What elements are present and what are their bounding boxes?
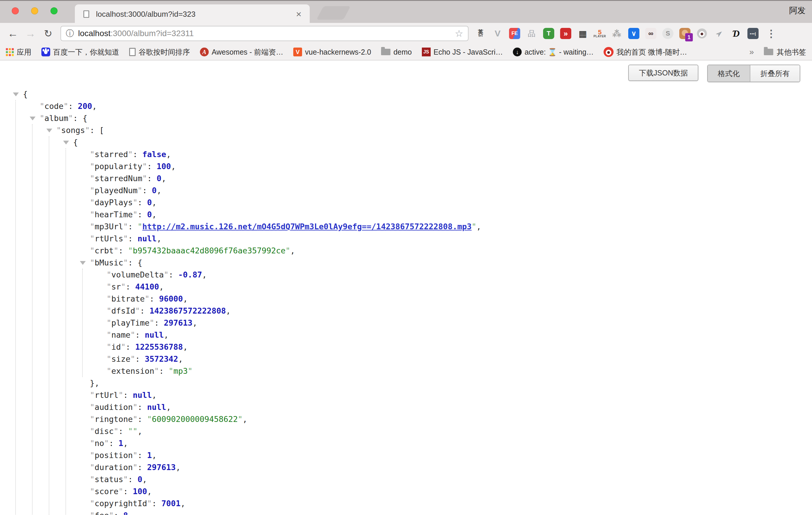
json-line: "ringtone": "600902000009458622", bbox=[0, 413, 812, 425]
html5-player-extension-icon[interactable]: 5PLAYER bbox=[594, 28, 605, 39]
devtools-extension-icon[interactable]: •••| bbox=[747, 28, 759, 39]
json-line: "starredNum": 0, bbox=[0, 172, 812, 184]
json-line: "size": 3572342, bbox=[0, 353, 812, 365]
new-tab-button[interactable] bbox=[316, 6, 350, 20]
bookmark-vue-hackernews[interactable]: V vue-hackernews-2.0 bbox=[293, 48, 371, 56]
json-line: "dayPlays": 0, bbox=[0, 196, 812, 208]
bookmark-star-icon[interactable]: ☆ bbox=[455, 28, 463, 39]
weibo-eye-icon bbox=[697, 28, 707, 38]
other-bookmarks[interactable]: 其他书签 bbox=[764, 47, 806, 57]
close-window-button[interactable] bbox=[12, 7, 19, 15]
json-line: "album": { bbox=[0, 112, 812, 124]
hummingbird-extension-icon[interactable]: ➢ bbox=[711, 26, 727, 41]
json-line: "disc": "", bbox=[0, 425, 812, 437]
json-line: "code": 200, bbox=[0, 100, 812, 112]
page-icon bbox=[129, 48, 136, 56]
collapse-arrow-icon[interactable] bbox=[80, 261, 86, 265]
bookmark-baidu[interactable]: 百度一下，你就知道 bbox=[41, 47, 119, 57]
minimize-window-button[interactable] bbox=[31, 7, 38, 15]
json-line: "playTime": 297613, bbox=[0, 317, 812, 329]
json-line: "mp3Url": "http://m2.music.126.net/mO4G5… bbox=[0, 221, 812, 233]
collapse-arrow-icon[interactable] bbox=[13, 92, 19, 96]
mask-extension-icon[interactable]: ∞ bbox=[645, 28, 657, 39]
bookmark-demo-folder[interactable]: demo bbox=[381, 48, 412, 56]
reload-icon[interactable]: ↻ bbox=[40, 28, 56, 38]
bookmark-apps[interactable]: 应用 bbox=[6, 47, 31, 57]
weibo-eye-icon bbox=[604, 47, 613, 57]
json-line: "extension": "mp3" bbox=[0, 365, 812, 377]
folder-icon bbox=[381, 49, 390, 55]
baidu-paw-icon bbox=[41, 48, 50, 56]
json-line: "crbt": "b957432baaac42d8096f76ae357992c… bbox=[0, 245, 812, 257]
qr-code-extension-icon[interactable]: ▦ bbox=[577, 28, 588, 39]
json-line: "bMusic": { bbox=[0, 257, 812, 269]
json-line: "playedNum": 0, bbox=[0, 184, 812, 196]
page-info-icon[interactable]: ⓘ bbox=[66, 28, 74, 39]
tab-favicon-page-icon bbox=[83, 10, 89, 18]
json-line: "audition": null, bbox=[0, 401, 812, 413]
extension-badge: 1 bbox=[685, 33, 693, 41]
maximize-window-button[interactable] bbox=[51, 7, 58, 15]
tampermonkey-extension-icon[interactable]: T bbox=[543, 28, 554, 39]
back-icon[interactable]: ← bbox=[5, 28, 21, 39]
bookmark-google-sort[interactable]: 谷歌按时间排序 bbox=[129, 47, 190, 57]
bookmark-active[interactable]: ↓ active: ⌛ - waiting… bbox=[513, 48, 593, 56]
json-line: "rtUrl": null, bbox=[0, 389, 812, 401]
forward-icon: → bbox=[23, 28, 38, 39]
bookmarks-bar: 应用 百度一下，你就知道 谷歌按时间排序 A Awesomes - 前端资… V… bbox=[0, 44, 812, 60]
blue-v-extension-icon[interactable]: ∨ bbox=[628, 28, 639, 39]
translate-extension-icon[interactable]: 英en bbox=[475, 28, 486, 39]
json-line: { bbox=[0, 136, 812, 148]
browser-window: localhost:3000/album?id=323 × 阿发 ← → ↻ ⓘ… bbox=[0, 0, 812, 515]
download-json-button[interactable]: 下载JSON数据 bbox=[628, 65, 698, 81]
json-line: "popularity": 100, bbox=[0, 160, 812, 172]
profile-name[interactable]: 阿发 bbox=[789, 5, 806, 16]
json-line: "id": 1225536788, bbox=[0, 341, 812, 353]
json-link[interactable]: http://m2.music.126.net/mO4G5dQ7WPm3Le0l… bbox=[142, 222, 472, 231]
bookmarks-overflow-icon[interactable]: » bbox=[749, 47, 754, 57]
url-text[interactable]: localhost:3000/album?id=32311 bbox=[78, 29, 194, 38]
address-bar[interactable]: ⓘ localhost:3000/album?id=32311 ☆ bbox=[60, 26, 468, 41]
tab-title: localhost:3000/album?id=323 bbox=[96, 10, 272, 19]
d-extension-icon[interactable]: Ɗ bbox=[730, 28, 742, 39]
json-line: "position": 1, bbox=[0, 449, 812, 461]
view-mode-segment: 格式化 折叠所有 bbox=[707, 65, 800, 82]
json-line: "rtUrls": null, bbox=[0, 233, 812, 245]
s-extension-icon[interactable]: S bbox=[662, 28, 673, 39]
fe-extension-icon[interactable]: FE bbox=[509, 28, 520, 39]
collapse-arrow-icon[interactable] bbox=[63, 141, 69, 144]
json-line: }, bbox=[0, 377, 812, 389]
browser-toolbar: ← → ↻ ⓘ localhost:3000/album?id=32311 ☆ … bbox=[0, 23, 812, 44]
bookmark-awesomes[interactable]: A Awesomes - 前端资… bbox=[200, 47, 283, 57]
weibo-gray-extension-icon[interactable] bbox=[696, 28, 707, 39]
json-line: "songs": [ bbox=[0, 124, 812, 136]
json-line: "no": 1, bbox=[0, 437, 812, 449]
format-button[interactable]: 格式化 bbox=[708, 65, 750, 82]
tab-close-icon[interactable]: × bbox=[296, 9, 301, 19]
video-speed-extension-icon[interactable]: » bbox=[560, 28, 571, 39]
json-line: "score": 100, bbox=[0, 485, 812, 497]
paw-extension-icon[interactable]: ⁂ bbox=[611, 28, 622, 39]
apps-grid-icon bbox=[6, 48, 14, 56]
tab-title-fade bbox=[257, 7, 284, 22]
url-host: localhost bbox=[78, 29, 111, 38]
json-line: "sr": 44100, bbox=[0, 281, 812, 293]
window-controls bbox=[12, 7, 58, 15]
download-circle-icon: ↓ bbox=[513, 48, 522, 56]
browser-menu-icon[interactable]: ⋮ bbox=[766, 28, 776, 39]
vue-icon: V bbox=[293, 48, 302, 56]
collapse-arrow-icon[interactable] bbox=[30, 117, 35, 120]
extensions-row: 英en V FE 品 T » ▦ 5PLAYER ⁂ ∨ ∞ S 1 ➢ Ɗ •… bbox=[475, 28, 776, 39]
sitemap-extension-icon[interactable]: 品 bbox=[526, 28, 537, 39]
collapse-all-button[interactable]: 折叠所有 bbox=[750, 65, 800, 82]
monkey-extension-icon[interactable]: 1 bbox=[679, 28, 691, 39]
browser-tab[interactable]: localhost:3000/album?id=323 × bbox=[75, 4, 310, 24]
json-line: "status": 0, bbox=[0, 473, 812, 485]
collapse-arrow-icon[interactable] bbox=[47, 128, 52, 133]
bookmark-echo-js[interactable]: JS Echo JS - JavaScri… bbox=[422, 48, 503, 56]
url-path: :3000/album?id=32311 bbox=[111, 29, 194, 38]
bookmark-weibo[interactable]: 我的首页 微博-随时… bbox=[604, 47, 687, 57]
vue-devtools-extension-icon[interactable]: V bbox=[492, 28, 503, 39]
json-tree: {"code": 200,"album": {"songs": [{"starr… bbox=[0, 88, 812, 515]
json-line: { bbox=[0, 88, 812, 100]
